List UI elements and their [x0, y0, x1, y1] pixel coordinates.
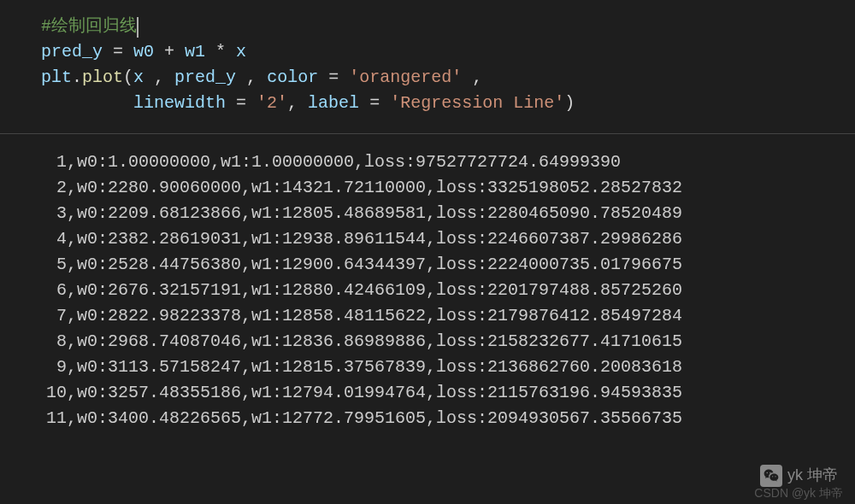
code-line-2[interactable]: pred_y = w0 + w1 * x [41, 39, 855, 65]
output-line: 6,w0:2676.32157191,w1:12880.42466109,los… [41, 278, 855, 303]
code-line-1[interactable]: #绘制回归线 [41, 14, 855, 39]
output-line: 10,w0:3257.48355186,w1:12794.01994764,lo… [41, 380, 855, 406]
output-line: 5,w0:2528.44756380,w1:12900.64344397,los… [41, 252, 855, 278]
code-line-4[interactable]: linewidth = '2', label = 'Regression Lin… [41, 91, 855, 116]
sub-watermark: CSDN @yk 坤帝 [754, 484, 843, 502]
output-line: 9,w0:3113.57158247,w1:12815.37567839,los… [41, 355, 855, 380]
output-line: 3,w0:2209.68123866,w1:12805.48689581,los… [41, 201, 855, 226]
output-line: 11,w0:3400.48226565,w1:12772.79951605,lo… [41, 406, 855, 431]
code-editor[interactable]: #绘制回归线 pred_y = w0 + w1 * x plt.plot(x ,… [0, 0, 855, 133]
watermark: yk 坤帝 [760, 464, 838, 487]
output-pane[interactable]: 1,w0:1.00000000,w1:1.00000000,loss:97527… [0, 134, 855, 431]
comment-text: #绘制回归线 [41, 16, 137, 36]
output-line: 2,w0:2280.90060000,w1:14321.72110000,los… [41, 175, 855, 201]
code-line-3[interactable]: plt.plot(x , pred_y , color = 'orangered… [41, 65, 855, 91]
output-line: 1,w0:1.00000000,w1:1.00000000,loss:97527… [41, 149, 855, 175]
wechat-icon [760, 465, 782, 487]
text-cursor [137, 17, 139, 38]
output-line: 4,w0:2382.28619031,w1:12938.89611544,los… [41, 226, 855, 252]
output-line: 7,w0:2822.98223378,w1:12858.48115622,los… [41, 303, 855, 329]
watermark-text: yk 坤帝 [787, 464, 838, 487]
output-line: 8,w0:2968.74087046,w1:12836.86989886,los… [41, 329, 855, 355]
